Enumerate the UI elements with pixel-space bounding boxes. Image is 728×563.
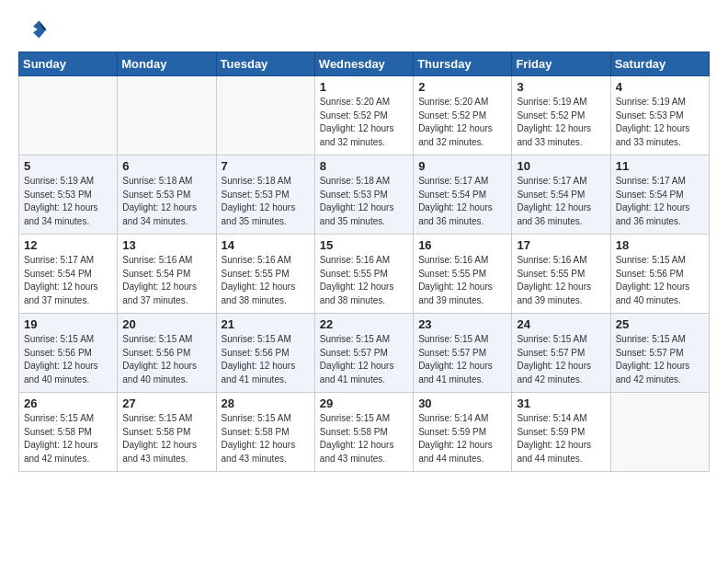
day-number: 2 [418,80,506,94]
calendar-cell: 7Sunrise: 5:18 AM Sunset: 5:53 PM Daylig… [216,155,314,235]
cell-info: Sunrise: 5:15 AM Sunset: 5:56 PM Dayligh… [122,333,210,386]
cell-info: Sunrise: 5:19 AM Sunset: 5:53 PM Dayligh… [616,96,704,149]
cell-info: Sunrise: 5:17 AM Sunset: 5:54 PM Dayligh… [517,175,605,228]
page: SundayMondayTuesdayWednesdayThursdayFrid… [0,0,728,481]
calendar-cell: 31Sunrise: 5:14 AM Sunset: 5:59 PM Dayli… [512,393,610,472]
calendar-cell: 22Sunrise: 5:15 AM Sunset: 5:57 PM Dayli… [314,314,413,393]
day-number: 29 [320,396,408,410]
calendar-cell: 15Sunrise: 5:16 AM Sunset: 5:55 PM Dayli… [314,235,413,314]
week-row-3: 19Sunrise: 5:15 AM Sunset: 5:56 PM Dayli… [19,314,710,393]
calendar-cell: 4Sunrise: 5:19 AM Sunset: 5:53 PM Daylig… [610,76,709,155]
day-number: 1 [320,80,408,94]
calendar-cell: 11Sunrise: 5:17 AM Sunset: 5:54 PM Dayli… [610,155,709,235]
day-number: 3 [517,80,605,94]
cell-info: Sunrise: 5:18 AM Sunset: 5:53 PM Dayligh… [122,175,210,228]
day-number: 28 [222,396,310,410]
cell-info: Sunrise: 5:15 AM Sunset: 5:58 PM Dayligh… [320,412,408,465]
cell-info: Sunrise: 5:18 AM Sunset: 5:53 PM Dayligh… [320,175,408,228]
cell-info: Sunrise: 5:15 AM Sunset: 5:56 PM Dayligh… [222,333,310,386]
day-number: 24 [517,317,605,331]
calendar-cell: 10Sunrise: 5:17 AM Sunset: 5:54 PM Dayli… [512,155,610,235]
calendar-cell: 17Sunrise: 5:16 AM Sunset: 5:55 PM Dayli… [512,235,610,314]
cell-info: Sunrise: 5:17 AM Sunset: 5:54 PM Dayligh… [24,254,112,307]
week-row-0: 1Sunrise: 5:20 AM Sunset: 5:52 PM Daylig… [19,76,710,155]
calendar-cell: 9Sunrise: 5:17 AM Sunset: 5:54 PM Daylig… [414,155,512,235]
cell-info: Sunrise: 5:16 AM Sunset: 5:55 PM Dayligh… [320,254,408,307]
calendar-cell: 5Sunrise: 5:19 AM Sunset: 5:53 PM Daylig… [19,155,118,235]
day-number: 5 [24,159,112,173]
day-number: 25 [616,317,704,331]
weekday-header-thursday: Thursday [414,52,512,76]
calendar-cell: 21Sunrise: 5:15 AM Sunset: 5:56 PM Dayli… [216,314,314,393]
weekday-header-sunday: Sunday [19,52,118,76]
weekday-header-row: SundayMondayTuesdayWednesdayThursdayFrid… [19,52,710,76]
calendar-cell: 1Sunrise: 5:20 AM Sunset: 5:52 PM Daylig… [314,76,413,155]
cell-info: Sunrise: 5:15 AM Sunset: 5:58 PM Dayligh… [24,412,112,465]
day-number: 22 [320,317,408,331]
calendar-cell: 19Sunrise: 5:15 AM Sunset: 5:56 PM Dayli… [19,314,118,393]
cell-info: Sunrise: 5:15 AM Sunset: 5:58 PM Dayligh… [122,412,210,465]
calendar-cell: 26Sunrise: 5:15 AM Sunset: 5:58 PM Dayli… [19,393,118,472]
day-number: 13 [122,238,210,252]
cell-info: Sunrise: 5:19 AM Sunset: 5:53 PM Dayligh… [24,175,112,228]
day-number: 17 [517,238,605,252]
weekday-header-wednesday: Wednesday [314,52,413,76]
cell-info: Sunrise: 5:15 AM Sunset: 5:57 PM Dayligh… [320,333,408,386]
day-number: 26 [24,396,112,410]
cell-info: Sunrise: 5:15 AM Sunset: 5:56 PM Dayligh… [24,333,112,386]
calendar-cell: 6Sunrise: 5:18 AM Sunset: 5:53 PM Daylig… [118,155,216,235]
calendar-cell [610,393,709,472]
cell-info: Sunrise: 5:16 AM Sunset: 5:55 PM Dayligh… [517,254,605,307]
cell-info: Sunrise: 5:15 AM Sunset: 5:57 PM Dayligh… [616,333,704,386]
calendar-cell: 20Sunrise: 5:15 AM Sunset: 5:56 PM Dayli… [118,314,216,393]
day-number: 27 [122,396,210,410]
calendar-cell: 24Sunrise: 5:15 AM Sunset: 5:57 PM Dayli… [512,314,610,393]
day-number: 20 [122,317,210,331]
calendar-cell: 14Sunrise: 5:16 AM Sunset: 5:55 PM Dayli… [216,235,314,314]
calendar-cell [118,76,216,155]
cell-info: Sunrise: 5:15 AM Sunset: 5:57 PM Dayligh… [418,333,506,386]
calendar-cell: 18Sunrise: 5:15 AM Sunset: 5:56 PM Dayli… [610,235,709,314]
cell-info: Sunrise: 5:14 AM Sunset: 5:59 PM Dayligh… [517,412,605,465]
day-number: 11 [616,159,704,173]
calendar-cell: 8Sunrise: 5:18 AM Sunset: 5:53 PM Daylig… [314,155,413,235]
header [18,15,710,44]
logo [18,15,50,44]
day-number: 21 [222,317,310,331]
week-row-2: 12Sunrise: 5:17 AM Sunset: 5:54 PM Dayli… [19,235,710,314]
cell-info: Sunrise: 5:16 AM Sunset: 5:54 PM Dayligh… [122,254,210,307]
day-number: 14 [222,238,310,252]
day-number: 23 [418,317,506,331]
cell-info: Sunrise: 5:16 AM Sunset: 5:55 PM Dayligh… [222,254,310,307]
calendar-cell: 3Sunrise: 5:19 AM Sunset: 5:52 PM Daylig… [512,76,610,155]
cell-info: Sunrise: 5:14 AM Sunset: 5:59 PM Dayligh… [418,412,506,465]
cell-info: Sunrise: 5:16 AM Sunset: 5:55 PM Dayligh… [418,254,506,307]
calendar-cell: 27Sunrise: 5:15 AM Sunset: 5:58 PM Dayli… [118,393,216,472]
day-number: 15 [320,238,408,252]
day-number: 16 [418,238,506,252]
cell-info: Sunrise: 5:15 AM Sunset: 5:57 PM Dayligh… [517,333,605,386]
weekday-header-saturday: Saturday [610,52,709,76]
day-number: 19 [24,317,112,331]
calendar-cell: 2Sunrise: 5:20 AM Sunset: 5:52 PM Daylig… [414,76,512,155]
cell-info: Sunrise: 5:17 AM Sunset: 5:54 PM Dayligh… [616,175,704,228]
weekday-header-friday: Friday [512,52,610,76]
calendar-cell: 16Sunrise: 5:16 AM Sunset: 5:55 PM Dayli… [414,235,512,314]
cell-info: Sunrise: 5:15 AM Sunset: 5:56 PM Dayligh… [616,254,704,307]
day-number: 10 [517,159,605,173]
weekday-header-tuesday: Tuesday [216,52,314,76]
calendar-cell: 13Sunrise: 5:16 AM Sunset: 5:54 PM Dayli… [118,235,216,314]
calendar-cell: 12Sunrise: 5:17 AM Sunset: 5:54 PM Dayli… [19,235,118,314]
cell-info: Sunrise: 5:20 AM Sunset: 5:52 PM Dayligh… [418,96,506,149]
day-number: 12 [24,238,112,252]
day-number: 30 [418,396,506,410]
calendar-cell [19,76,118,155]
logo-icon [18,15,48,44]
calendar-cell [216,76,314,155]
calendar-cell: 23Sunrise: 5:15 AM Sunset: 5:57 PM Dayli… [414,314,512,393]
week-row-1: 5Sunrise: 5:19 AM Sunset: 5:53 PM Daylig… [19,155,710,235]
week-row-4: 26Sunrise: 5:15 AM Sunset: 5:58 PM Dayli… [19,393,710,472]
calendar-cell: 29Sunrise: 5:15 AM Sunset: 5:58 PM Dayli… [314,393,413,472]
weekday-header-monday: Monday [118,52,216,76]
calendar-cell: 25Sunrise: 5:15 AM Sunset: 5:57 PM Dayli… [610,314,709,393]
